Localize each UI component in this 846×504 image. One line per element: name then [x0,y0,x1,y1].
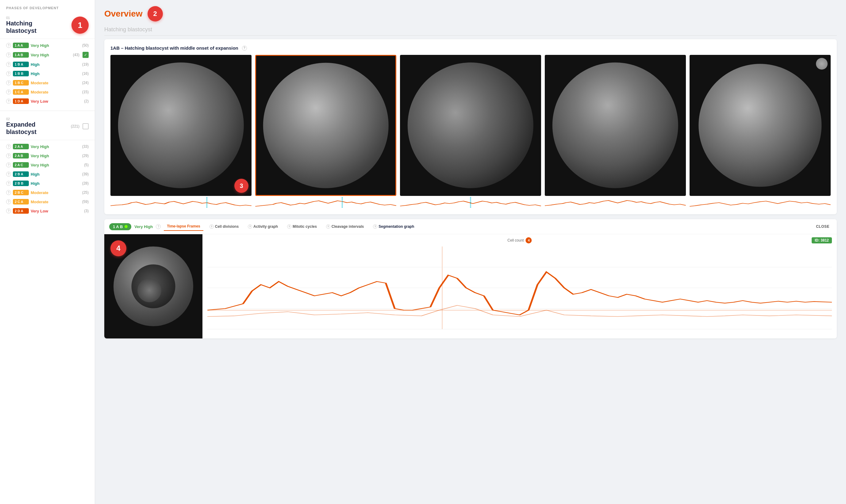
sidebar-item-1ab[interactable]: ? 1 A B Very High (43) ✓ [0,50,95,60]
count-1bb: (16) [82,71,89,76]
frame-badge: 4 [110,240,126,256]
help-icon-2bc[interactable]: ? [6,190,11,195]
sidebar-item-2ac[interactable]: ? 2 A C Very High (5) [0,160,95,169]
phase-1-number: 01 [6,16,36,20]
mini-graph-2 [255,197,396,208]
help-icon-2da[interactable]: ? [6,209,11,213]
thumbnail-img-1[interactable]: 3 [110,55,251,196]
help-icon-1ba[interactable]: ? [6,62,11,67]
help-icon-1ca[interactable]: ? [6,90,11,94]
grade-badge-2bb: 2 B B [13,181,29,186]
count-2ba: (39) [82,172,89,176]
count-2ac: (5) [84,163,89,167]
id-badge: ID: 3812 [812,237,832,244]
count-1ca: (15) [82,90,89,94]
thumbnail-img-3[interactable] [400,55,541,196]
phase-2-checkbox[interactable] [83,123,89,129]
count-2ca: (59) [82,200,89,204]
sidebar-item-2aa[interactable]: ? 2 A A Very High (33) [0,142,95,151]
count-1da: (2) [84,99,89,103]
overview-title-row: Overview 2 [104,6,837,21]
grade-badge-1ab: 1 A B [13,52,29,58]
sidebar-item-1da[interactable]: ? 1 D A Very Low (2) [0,96,95,106]
overview-badge[interactable]: 2 [147,6,163,21]
thumbnail-1[interactable]: 3 [110,55,251,208]
graph-label: Cell count 4 [507,237,532,244]
tab-help-activity: ? [248,224,252,229]
quality-2ab: Very High [31,154,81,158]
quality-1da: Very Low [31,99,82,104]
tab-cleavage[interactable]: ? Cleavage intervals [323,222,367,231]
count-2bb: (28) [82,181,89,185]
tab-cell-divisions[interactable]: ? Cell divisions [207,222,242,231]
help-icon-1bc[interactable]: ? [6,80,11,85]
sidebar-item-1ba[interactable]: ? 1 B A High (19) [0,60,95,69]
thumbnail-4[interactable] [545,55,686,208]
quality-2bb: High [31,181,81,186]
count-1bc: (24) [82,80,89,85]
tab-mitotic-cycles[interactable]: ? Mitotic cycles [284,222,320,231]
grade-badge-2ba: 2 B A [13,172,29,177]
help-icon-1aa[interactable]: ? [6,43,11,48]
tab-timelapse[interactable]: Time-lapse Frames [164,222,204,231]
help-icon-2bb[interactable]: ? [6,181,11,186]
sidebar-item-2ba[interactable]: ? 2 B A High (39) [0,169,95,179]
phase-1-header: 01 Hatchingblastocyst 1 [0,13,95,39]
help-icon-2ba[interactable]: ? [6,172,11,177]
grade-badge-1bc: 1 B C [13,80,29,86]
thumbnail-5[interactable] [690,55,831,208]
phase-1-badge[interactable]: 1 [71,17,89,34]
thumbnail-img-2[interactable] [255,55,396,196]
help-icon-2ab[interactable]: ? [6,153,11,158]
overview-title-text: Overview [104,9,143,19]
phase-1-info: 01 Hatchingblastocyst [6,16,36,34]
phase-2-count: (221) [71,124,80,128]
sidebar: PHASES OF DEVELOPMENT 01 Hatchingblastoc… [0,0,95,504]
help-icon-2aa[interactable]: ? [6,144,11,149]
tab-segmentation[interactable]: ? Segmentation graph [370,222,417,231]
help-icon-1ab[interactable]: ? [6,52,11,57]
close-button[interactable]: CLOSE [813,223,832,230]
sidebar-item-1ca[interactable]: ? 1 C A Moderate (15) [0,87,95,96]
mini-graph-4 [545,197,686,208]
thumbnail-2[interactable] [255,55,396,208]
grade-badge-2ab: 2 A B [13,153,29,159]
thumbnail-img-4[interactable] [545,55,686,196]
grade-badge-1bb: 1 B B [13,71,29,76]
tab-activity-graph[interactable]: ? Activity graph [245,222,281,231]
mini-graph-1 [110,197,251,208]
grade-badge-2ca: 2 C A [13,199,29,204]
phase-2-info: 02 Expandedblastocyst [6,117,36,136]
sidebar-item-2ca[interactable]: ? 2 C A Moderate (59) [0,197,95,206]
quality-help-icon[interactable]: ? [156,224,161,229]
tab-help-seg: ? [373,224,377,229]
card-title-help[interactable]: ? [242,46,247,51]
sidebar-item-2ab[interactable]: ? 2 A B Very High (29) [0,151,95,160]
phase-1-items: ? 1 A A Very High (50) ? 1 A B Very High… [0,39,95,108]
sidebar-item-2bc[interactable]: ? 2 B C Moderate (25) [0,188,95,197]
sidebar-item-2bb[interactable]: ? 2 B B High (28) [0,179,95,188]
help-icon-2ac[interactable]: ? [6,162,11,167]
sidebar-item-2da[interactable]: ? 2 D A Very Low (3) [0,206,95,216]
thumbnail-3[interactable] [400,55,541,208]
count-1ba: (19) [82,62,89,67]
quality-2ba: High [31,172,81,177]
phase-2-items: ? 2 A A Very High (33) ? 2 A B Very High… [0,140,95,217]
help-icon-1da[interactable]: ? [6,99,11,104]
thumbnail-img-5[interactable] [690,55,831,196]
embryo-card: 1AB – Hatching blastocyst with middle on… [104,39,837,214]
embryo-card-title: 1AB – Hatching blastocyst with middle on… [110,46,831,51]
tab-help-cleavage: ? [326,224,330,229]
check-1ab[interactable]: ✓ [83,52,89,58]
sidebar-item-1bc[interactable]: ? 1 B C Moderate (24) [0,78,95,87]
mini-graph-3 [400,197,541,208]
sidebar-item-1bb[interactable]: ? 1 B B High (16) [0,69,95,78]
help-icon-1bb[interactable]: ? [6,71,11,76]
quality-1bc: Moderate [31,80,81,85]
thumbnail-row: 3 [110,55,831,208]
help-icon-2ca[interactable]: ? [6,199,11,204]
phase-1-name: Hatchingblastocyst [6,20,36,34]
tab-help-mitotic: ? [287,224,292,229]
quality-1ca: Moderate [31,90,81,94]
sidebar-item-1aa[interactable]: ? 1 A A Very High (50) [0,41,95,50]
